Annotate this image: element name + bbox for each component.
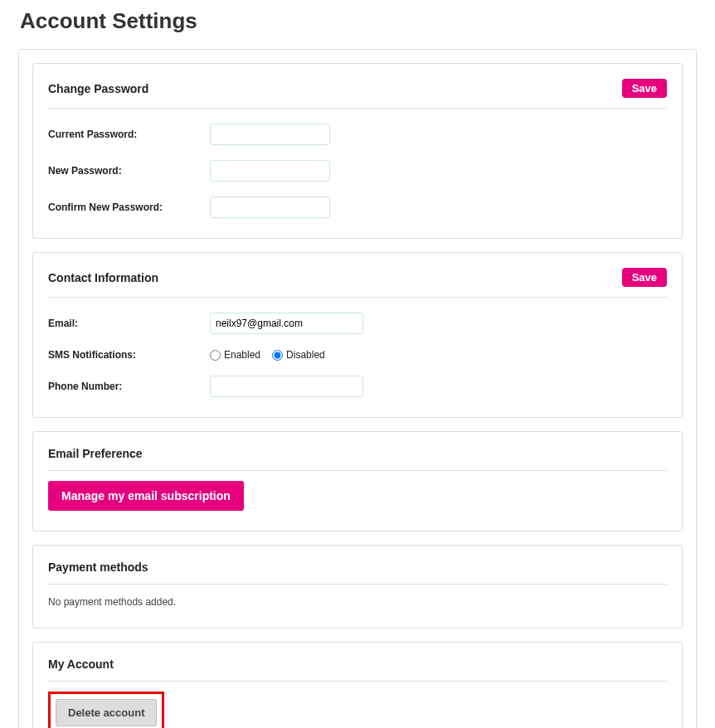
input-new-password[interactable] <box>210 160 330 182</box>
panel-header-myaccount: My Account <box>48 658 667 682</box>
row-confirm-password: Confirm New Password: <box>48 197 667 218</box>
page-title: Account Settings <box>0 0 715 49</box>
input-current-password[interactable] <box>210 124 330 145</box>
radio-input-enabled[interactable] <box>210 350 221 361</box>
row-email: Email: <box>48 313 667 334</box>
row-sms: SMS Notifications: Enabled Disabled <box>48 349 667 361</box>
panel-title-contact: Contact Information <box>48 271 158 284</box>
label-new-password: New Password: <box>48 165 210 177</box>
input-confirm-password[interactable] <box>210 197 330 218</box>
label-confirm-password: Confirm New Password: <box>48 201 210 213</box>
radio-label-enabled: Enabled <box>224 349 260 361</box>
label-sms: SMS Notifications: <box>48 349 210 361</box>
my-account-panel: My Account Delete account <box>32 642 683 728</box>
input-phone[interactable] <box>210 376 363 397</box>
label-email: Email: <box>48 318 210 329</box>
radio-input-disabled[interactable] <box>272 350 283 361</box>
label-current-password: Current Password: <box>48 129 210 140</box>
input-email[interactable] <box>210 313 363 334</box>
row-phone: Phone Number: <box>48 376 667 397</box>
payment-methods-panel: Payment methods No payment methods added… <box>32 545 683 629</box>
manage-email-subscription-button[interactable]: Manage my email subscription <box>48 481 244 511</box>
settings-container: Change Password Save Current Password: N… <box>18 49 697 728</box>
row-current-password: Current Password: <box>48 124 667 145</box>
save-password-button[interactable]: Save <box>622 79 667 98</box>
label-phone: Phone Number: <box>48 381 210 392</box>
panel-header-password: Change Password Save <box>48 79 667 109</box>
panel-header-payment: Payment methods <box>48 561 667 585</box>
panel-title-emailpref: Email Preference <box>48 447 143 460</box>
change-password-panel: Change Password Save Current Password: N… <box>32 63 683 239</box>
row-new-password: New Password: <box>48 160 667 182</box>
delete-account-highlight: Delete account <box>48 692 164 728</box>
save-contact-button[interactable]: Save <box>622 268 667 287</box>
radio-sms-disabled[interactable]: Disabled <box>272 349 325 361</box>
panel-title-myaccount: My Account <box>48 658 114 671</box>
payment-empty-text: No payment methods added. <box>48 595 667 608</box>
sms-radio-group: Enabled Disabled <box>210 349 325 361</box>
panel-header-emailpref: Email Preference <box>48 447 667 471</box>
panel-title-payment: Payment methods <box>48 561 148 574</box>
email-preference-panel: Email Preference Manage my email subscri… <box>32 431 683 531</box>
radio-label-disabled: Disabled <box>286 349 325 361</box>
panel-header-contact: Contact Information Save <box>48 268 667 298</box>
radio-sms-enabled[interactable]: Enabled <box>210 349 260 361</box>
panel-title-password: Change Password <box>48 82 148 95</box>
contact-info-panel: Contact Information Save Email: SMS Noti… <box>32 252 683 418</box>
delete-account-button[interactable]: Delete account <box>56 699 157 726</box>
